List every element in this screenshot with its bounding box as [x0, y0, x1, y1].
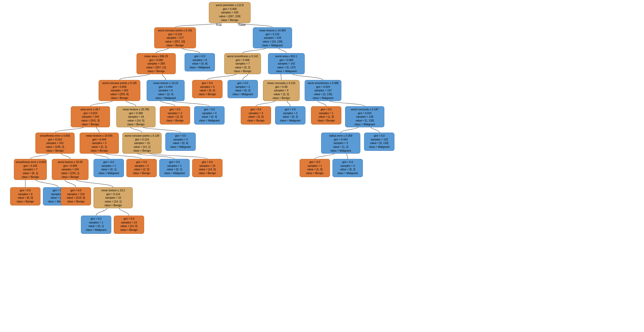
- tree-node-n1: worst concave points ≤ 0.181gini = 0.134…: [154, 27, 196, 48]
- tree-node-n17: gini = 0.0samples = 3value = [3, 0]class…: [241, 106, 271, 124]
- decision-tree: TrueFalse worst perimeter ≤ 112.8gini = …: [0, 0, 644, 332]
- tree-node-n2: mean texture ≤ 14.955gini = 0.125samples…: [253, 27, 292, 48]
- tree-node-n26: gini = 0.0samples = 133value = [0, 133]c…: [364, 133, 394, 151]
- tree-node-n40: gini = 0.0samples = 14value = [14, 0]cla…: [114, 216, 144, 234]
- tree-node-n38: mean texture ≤ 23.2gini = 0.124samples =…: [94, 187, 133, 208]
- tree-node-n28: worst texture ≤ 33.35gini = 0.009samples…: [52, 159, 88, 180]
- tree-node-n35: gini = 0.0samples = 6value = [6, 0]class…: [10, 187, 40, 205]
- tree-node-n15: gini = 0.0samples = 2value = [2, 0]class…: [160, 106, 190, 124]
- tree-node-n21: smoothness error ≤ 0.003gini = 0.016samp…: [35, 133, 75, 154]
- tree-node-n0: worst perimeter ≤ 112.8gini = 0.468sampl…: [209, 2, 251, 23]
- tree-node-n27: smoothness error ≤ 0.003gini = 0.245samp…: [14, 159, 47, 180]
- tree-node-n34: gini = 0.0samples = 2value = [0, 2]class…: [332, 159, 363, 177]
- tree-node-n18: gini = 0.0samples = 2value = [0, 2]class…: [275, 106, 305, 124]
- tree-node-n31: gini = 0.0samples = 1value = [0, 1]class…: [159, 159, 190, 177]
- tree-node-n14: mean texture ≤ 20.785gini = 0.388samples…: [116, 106, 156, 127]
- tree-node-n8: mean texture ≤ 19.23gini = 0.444samples …: [147, 80, 185, 101]
- tree-node-n29: gini = 0.0samples = 1value = [0, 1]class…: [94, 159, 124, 177]
- tree-node-n7: worst concave points ≤ 0.135gini = 0.059…: [99, 80, 140, 101]
- tree-node-n25: radius error ≤ 0.359gini = 0.444samples …: [321, 133, 360, 154]
- svg-text:True: True: [216, 23, 222, 26]
- tree-node-n13: area error ≤ 48.7gini = 0.024samples = 2…: [71, 106, 110, 127]
- tree-node-n9: gini = 0.0samples = 5value = [5, 0]class…: [192, 80, 223, 98]
- tree-node-n10: gini = 0.0samples = 2value = [0, 2]class…: [228, 80, 258, 98]
- tree-node-n22: mean texture ≤ 18.935gini = 0.444samples…: [80, 133, 119, 154]
- tree-node-n12: worst smoothness ≤ 0.088gini = 0.029samp…: [305, 80, 341, 101]
- svg-text:False: False: [238, 23, 246, 26]
- tree-node-n24: gini = 0.0samples = 4value = [0, 4]class…: [165, 133, 196, 151]
- tree-node-n39: gini = 0.0samples = 1value = [0, 1]class…: [81, 216, 111, 234]
- tree-node-n20: worst concavity ≤ 0.187gini = 0.015sampl…: [345, 106, 384, 127]
- tree-node-n11: mean concavity ≤ 0.116gini = 0.48samples…: [263, 80, 300, 101]
- tree-node-n23: worst concave points ≤ 0.139gini = 0.124…: [122, 133, 162, 154]
- tree-node-n4: gini = 0.0samples = 8value = [0, 8]class…: [185, 53, 215, 71]
- tree-node-n3: mean area ≤ 696.25gini = 0.085samples = …: [137, 53, 176, 74]
- tree-node-n6: worst area ≤ 810.1gini = 0.068samples = …: [268, 53, 305, 74]
- tree-node-n16: gini = 0.0samples = 4value = [0, 4]class…: [194, 106, 225, 124]
- tree-node-n5: worst smoothness ≤ 0.142gini = 0.408samp…: [224, 53, 261, 74]
- tree-node-n19: gini = 0.0samples = 1value = [1, 0]class…: [311, 106, 341, 124]
- tree-node-n33: gini = 0.0samples = 1value = [1, 0]class…: [300, 159, 330, 177]
- tree-node-n32: gini = 0.0samples = 14value = [14, 0]cla…: [192, 159, 223, 177]
- tree-node-n37: gini = 0.0samples = 219value = [219, 0]c…: [61, 187, 91, 205]
- tree-node-n30: gini = 0.0samples = 2value = [2, 0]class…: [126, 159, 157, 177]
